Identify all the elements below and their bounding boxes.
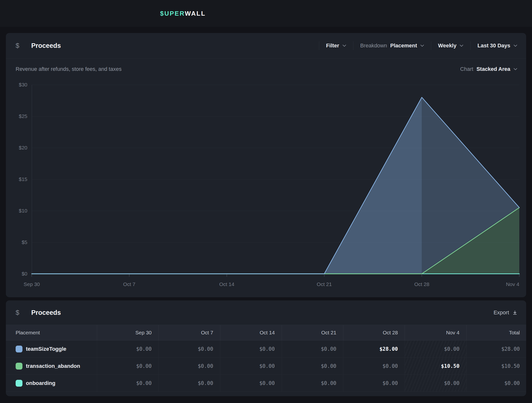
y-tick-label: $30 xyxy=(19,82,27,88)
table-row-onboarding: onboarding$0.00$0.00$0.00$0.00$0.00$0.00… xyxy=(6,375,526,392)
placement-name: teamSizeToggle xyxy=(26,346,66,352)
series-color-swatch xyxy=(16,346,22,352)
money-value: $0.00 xyxy=(444,380,460,386)
table-row-transaction-abandon: transaction_abandon$0.00$0.00$0.00$0.00$… xyxy=(6,358,526,375)
value-cell-nov-4: $0.00 xyxy=(405,375,466,392)
value-cell-nov-4: $0.00 xyxy=(405,340,466,357)
chart-subheader: Revenue after refunds, store fees, and t… xyxy=(16,62,517,76)
superwall-logo[interactable]: $UPERWALL xyxy=(160,10,206,17)
y-tick-label: $0 xyxy=(22,271,27,277)
y-tick-label: $25 xyxy=(19,113,27,119)
x-tick-label: Oct 28 xyxy=(414,281,429,287)
value-cell-sep-30: $0.00 xyxy=(97,358,158,374)
column-header-oct-21: Oct 21 xyxy=(282,325,343,340)
money-value: $0.00 xyxy=(259,363,275,369)
money-value: $0.00 xyxy=(198,346,213,352)
chevron-down-icon xyxy=(460,44,463,47)
value-cell-sep-30: $0.00 xyxy=(97,375,158,392)
value-cell-oct-21: $0.00 xyxy=(282,340,343,357)
money-value: $0.00 xyxy=(444,346,460,352)
table-header-row: PlacementSep 30Oct 7Oct 14Oct 21Oct 28No… xyxy=(6,325,526,340)
value-cell-oct-7: $0.00 xyxy=(158,340,220,357)
value-cell-oct-14: $0.00 xyxy=(220,358,282,374)
period-value: Weekly xyxy=(438,42,456,49)
money-value: $0.00 xyxy=(198,363,213,369)
filter-dropdown[interactable]: Filter xyxy=(319,42,353,49)
placement-name: transaction_abandon xyxy=(26,363,80,369)
filter-label: Filter xyxy=(326,42,339,49)
money-value: $0.00 xyxy=(321,346,336,352)
column-header-total: Total xyxy=(466,325,526,340)
placement-cell: transaction_abandon xyxy=(6,358,97,374)
chart-controls: Filter Breakdown Placement Weekly Last 3… xyxy=(319,41,517,50)
proceeds-chart-card: $ Proceeds Filter Breakdown Placement We… xyxy=(6,33,526,297)
money-value: $0.00 xyxy=(259,346,275,352)
y-tick-label: $15 xyxy=(19,176,27,182)
placement-cell: teamSizeToggle xyxy=(6,340,97,357)
chart-type-label: Chart xyxy=(460,66,473,72)
chart-plot-area xyxy=(32,85,519,274)
date-range-dropdown[interactable]: Last 30 Days xyxy=(471,42,517,49)
export-button[interactable]: Export xyxy=(493,309,517,316)
money-value: $0.00 xyxy=(382,363,398,369)
money-value: $0.00 xyxy=(136,363,152,369)
chart-type-value: Stacked Area xyxy=(476,66,510,72)
column-header-placement: Placement xyxy=(6,325,97,340)
breakdown-dropdown[interactable]: Breakdown Placement xyxy=(353,42,431,49)
column-header-oct-14: Oct 14 xyxy=(220,325,282,340)
money-value: $0.00 xyxy=(259,380,275,386)
y-tick-label: $20 xyxy=(19,145,27,151)
money-value: $10.50 xyxy=(501,363,520,369)
value-cell-oct-28: $0.00 xyxy=(343,375,405,392)
value-cell-oct-28: $0.00 xyxy=(343,358,405,374)
money-value: $0.00 xyxy=(136,346,152,352)
dollar-icon: $ xyxy=(16,309,23,317)
period-dropdown[interactable]: Weekly xyxy=(431,42,470,49)
logo-suffix: WALL xyxy=(185,10,206,17)
date-range-value: Last 30 Days xyxy=(477,42,510,49)
series-color-swatch xyxy=(16,380,22,387)
value-cell-total: $10.50 xyxy=(466,358,526,374)
proceeds-stacked-area-chart xyxy=(32,85,519,274)
placement-name: onboarding xyxy=(26,380,55,386)
value-cell-oct-14: $0.00 xyxy=(220,375,282,392)
x-axis-labels: Sep 30Oct 7Oct 14Oct 21Oct 28Nov 4 xyxy=(32,281,519,289)
table-body: teamSizeToggle$0.00$0.00$0.00$0.00$28.00… xyxy=(6,340,526,392)
money-value: $28.00 xyxy=(501,346,520,352)
x-tick-label: Sep 30 xyxy=(24,281,40,287)
column-header-oct-28: Oct 28 xyxy=(343,325,405,340)
x-tick-label: Oct 21 xyxy=(317,281,332,287)
table-row-teamsizetoggle: teamSizeToggle$0.00$0.00$0.00$0.00$28.00… xyxy=(6,340,526,358)
value-cell-total: $0.00 xyxy=(466,375,526,392)
download-icon xyxy=(512,310,517,315)
y-tick-label: $10 xyxy=(19,208,27,214)
money-value: $28.00 xyxy=(379,346,398,352)
value-cell-oct-7: $0.00 xyxy=(158,375,220,392)
value-cell-oct-14: $0.00 xyxy=(220,340,282,357)
chart-card-header: $ Proceeds Filter Breakdown Placement We… xyxy=(6,33,526,59)
x-tick-label: Nov 4 xyxy=(506,281,519,287)
table-card-title: Proceeds xyxy=(31,309,61,317)
money-value: $0.00 xyxy=(382,380,398,386)
breakdown-value: Placement xyxy=(390,42,417,49)
chevron-down-icon xyxy=(420,44,424,47)
export-label: Export xyxy=(493,309,509,316)
money-value: $0.00 xyxy=(198,380,213,386)
chart-type-dropdown[interactable]: Chart Stacked Area xyxy=(460,66,517,72)
chart-card-title: Proceeds xyxy=(31,42,61,50)
value-cell-oct-28: $28.00 xyxy=(343,340,405,357)
table-card-header: $ Proceeds Export xyxy=(6,300,526,325)
chevron-down-icon xyxy=(513,68,517,70)
chevron-down-icon xyxy=(513,44,517,47)
money-value: $0.00 xyxy=(321,363,336,369)
y-axis-labels: $30$25$20$15$10$5$0 xyxy=(6,85,29,274)
money-value: $0.00 xyxy=(504,380,520,386)
value-cell-oct-21: $0.00 xyxy=(282,375,343,392)
value-cell-total: $28.00 xyxy=(466,340,526,357)
column-header-nov-4: Nov 4 xyxy=(405,325,466,340)
chart-subtitle: Revenue after refunds, store fees, and t… xyxy=(16,66,122,72)
chevron-down-icon xyxy=(342,44,346,47)
column-header-oct-7: Oct 7 xyxy=(158,325,220,340)
value-cell-oct-21: $0.00 xyxy=(282,358,343,374)
breakdown-label: Breakdown xyxy=(360,42,387,49)
